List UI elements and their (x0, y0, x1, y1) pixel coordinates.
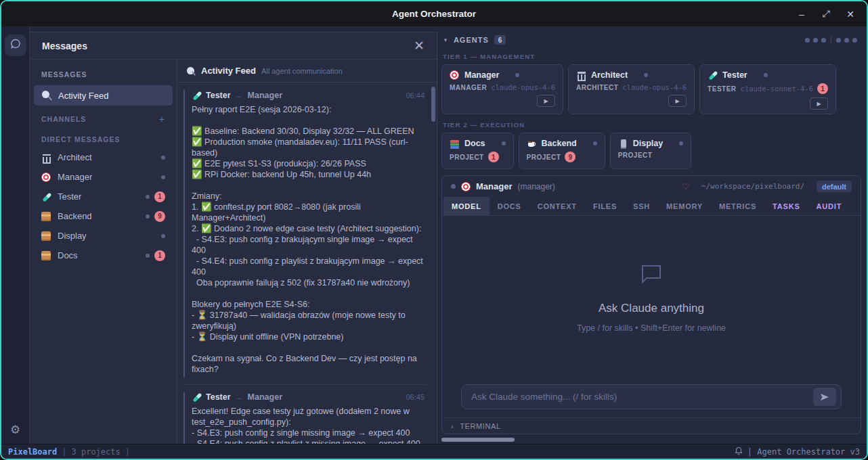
agent-status-dot (764, 73, 768, 77)
messages-rail-button[interactable] (5, 34, 26, 56)
sidebar-item-architect[interactable]: Architect (30, 147, 177, 167)
message-recipient: Manager (248, 392, 282, 402)
send-button[interactable] (813, 388, 836, 406)
coffee-icon (527, 139, 536, 148)
package-icon (41, 251, 51, 260)
play-button[interactable]: ▶ (537, 95, 555, 107)
test-tube-icon (192, 392, 201, 402)
agent-badge: 1 (817, 83, 828, 94)
test-tube-icon (192, 91, 201, 100)
message-body: Pełny raport E2E (sesja 2026-03-12): ✅ B… (192, 104, 425, 375)
env-badge[interactable]: default (817, 181, 852, 192)
message-sender: Tester (206, 392, 231, 402)
titlebar: Agent Orchestrator – ⤢ ✕ (1, 1, 867, 26)
tab-docs[interactable]: DOCS (490, 197, 529, 215)
workspace-path: ~/workspace/pixelboard/ (701, 182, 804, 191)
agent-card-docs[interactable]: Docs PROJECT 1 (441, 133, 514, 169)
sidebar-item-manager[interactable]: Manager (30, 167, 177, 187)
classical-building-icon (576, 70, 586, 80)
tier1-cards: Manager MANAGER claude-opus-4-6 ▶ Archit… (441, 64, 861, 114)
agents-header[interactable]: ▼ AGENTS 6 (441, 32, 861, 46)
agent-badge: 9 (565, 152, 576, 162)
agent-card-backend[interactable]: Backend PROJECT 9 (519, 133, 605, 169)
target-icon (450, 70, 459, 80)
sidebar-item-docs[interactable]: Docs 1 (30, 246, 177, 265)
feed-title: Activity Feed (201, 66, 256, 76)
chat-input[interactable] (471, 392, 813, 402)
dm-name: Tester (58, 191, 81, 202)
tab-ssh[interactable]: SSH (625, 197, 658, 215)
speech-bubble-icon (640, 264, 663, 287)
horizontal-scrollbar-thumb[interactable] (441, 438, 515, 442)
messages-panel-title: Messages (42, 41, 87, 51)
play-button[interactable]: ▶ (668, 95, 687, 107)
message-body: Excellent! Edge case testy już gotowe (d… (192, 406, 425, 444)
terminal-label: TERMINAL (460, 422, 500, 430)
sidebar-item-activity-feed[interactable]: Activity Feed (34, 85, 173, 106)
bell-icon[interactable] (735, 446, 743, 457)
right-panel: ▼ AGENTS 6 TIER 1 — MANAGEMENT Manager (437, 26, 867, 444)
chevron-right-icon: › (451, 422, 454, 430)
agent-role: PROJECT (450, 154, 484, 161)
agent-status-dot (515, 73, 519, 77)
package-icon (41, 231, 51, 241)
dm-name: Display (58, 231, 87, 241)
window-title: Agent Orchestrator (1, 9, 867, 19)
feed-scrollbar-thumb[interactable] (431, 87, 435, 122)
panel-agent-name: Manager (476, 181, 512, 191)
empty-state-hint: Type / for skills • Shift+Enter for newl… (577, 323, 726, 333)
close-window-button[interactable]: ✕ (841, 6, 860, 22)
sidebar-item-tester[interactable]: Tester 1 (30, 187, 177, 206)
test-tube-icon (708, 70, 717, 80)
statusbar-app-name[interactable]: PixelBoard (8, 447, 57, 457)
feed-messages[interactable]: Tester → Manager 06:44 Pełny raport E2E … (177, 83, 437, 444)
sidebar-item-display[interactable]: Display (30, 226, 177, 246)
manager-panel-header: Manager (manager) ♡ · ~/workspace/pixelb… (442, 176, 861, 197)
mobile-phone-icon (618, 139, 628, 148)
message-recipient: Manager (248, 91, 282, 100)
meta-separator: · (809, 183, 812, 191)
tab-context[interactable]: CONTEXT (529, 197, 585, 215)
agent-card-manager[interactable]: Manager MANAGER claude-opus-4-6 ▶ (441, 64, 563, 114)
meta-separator: · (694, 183, 697, 191)
maximize-button[interactable]: ⤢ (817, 6, 836, 22)
tab-model[interactable]: MODEL (443, 197, 490, 215)
agent-model: claude-opus-4-6 (622, 83, 687, 91)
agent-card-architect[interactable]: Architect ARCHITECT claude-opus-4-6 ▶ (568, 64, 695, 114)
agents-count-badge: 6 (494, 35, 506, 45)
empty-state-title: Ask Claude anything (599, 302, 704, 315)
feed-message: Tester → Manager 06:44 Pełny raport E2E … (183, 90, 427, 377)
agent-card-tester[interactable]: Tester TESTER claude-sonnet-4-6 1 ▶ (699, 64, 836, 114)
message-time: 06:44 (406, 91, 425, 99)
minimize-button[interactable]: – (792, 6, 811, 22)
heart-icon[interactable]: ♡ (682, 182, 689, 191)
agent-model: claude-sonnet-4-6 (741, 85, 813, 93)
chat-input-row (442, 380, 861, 417)
statusbar-separator: | (62, 447, 66, 457)
agent-model: claude-opus-4-6 (491, 83, 555, 91)
tab-audit[interactable]: AUDIT (808, 197, 850, 215)
gear-icon[interactable]: ⚙ (10, 423, 20, 437)
close-icon[interactable]: ✕ (414, 39, 425, 52)
agent-role: TESTER (708, 85, 736, 93)
tab-memory[interactable]: MEMORY (658, 197, 711, 215)
terminal-toggle[interactable]: › TERMINAL (442, 417, 861, 434)
satellite-dish-icon (41, 90, 52, 101)
add-channel-button[interactable]: + (159, 114, 165, 124)
chat-bubble-icon (9, 38, 22, 53)
agent-status-dot (644, 73, 648, 77)
agent-card-display[interactable]: Display PROJECT (610, 133, 691, 169)
statusbar-projects: 3 projects (71, 447, 120, 457)
statusbar-version: | Agent Orchestrator v3 (747, 447, 860, 457)
tab-tasks[interactable]: TASKS (764, 197, 808, 215)
play-button[interactable]: ▶ (810, 97, 828, 110)
chevron-down-icon[interactable]: ▼ (443, 37, 448, 43)
horizontal-scrollbar[interactable] (441, 436, 861, 443)
tab-metrics[interactable]: METRICS (711, 197, 764, 215)
messages-panel-header: Messages ✕ (30, 32, 437, 60)
presence-dot (161, 156, 165, 160)
tab-files[interactable]: FILES (585, 197, 625, 215)
dm-name: Architect (58, 152, 92, 162)
agent-status-dot (679, 141, 683, 145)
sidebar-item-backend[interactable]: Backend 9 (30, 206, 177, 226)
